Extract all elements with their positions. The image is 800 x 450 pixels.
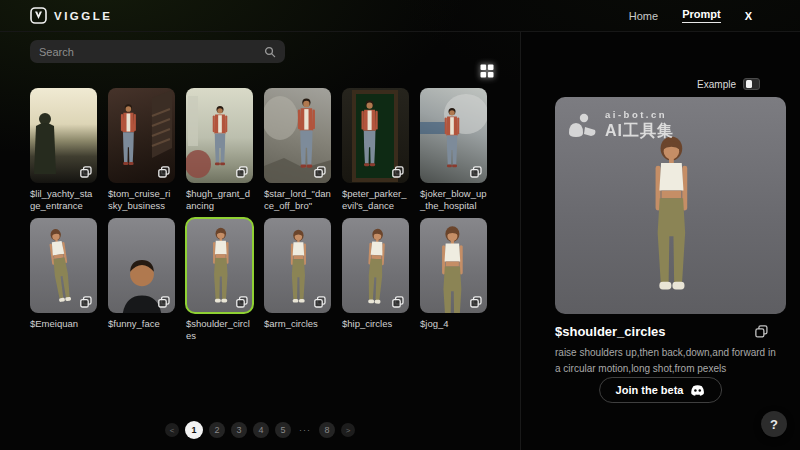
copy-icon[interactable] <box>314 296 326 308</box>
pagination-ellipsis: ··· <box>297 422 313 438</box>
gallery-item-arm-circles[interactable]: $arm_circles <box>264 218 331 343</box>
grid-row-1: $lil_yachty_stage_entrance $tom_cruise_r… <box>30 88 490 213</box>
gallery-item-label: $jog_4 <box>420 318 487 343</box>
watermark: ai-bot.cn AI工具集 <box>567 109 674 142</box>
top-navbar: VIGGLE Home Prompt X <box>0 0 800 32</box>
preview-panel: Example ai-bot.cn AI工具集 <box>520 32 800 450</box>
pagination-page-3[interactable]: 3 <box>231 422 247 438</box>
video-thumbnail[interactable] <box>420 88 487 183</box>
header-nav: Home Prompt X <box>629 8 752 23</box>
template-grid: $lil_yachty_stage_entrance $tom_cruise_r… <box>30 88 490 348</box>
video-thumbnail[interactable] <box>108 88 175 183</box>
copy-icon[interactable] <box>80 296 92 308</box>
discord-icon <box>690 385 705 396</box>
copy-icon[interactable] <box>392 166 404 178</box>
join-beta-button[interactable]: Join the beta <box>599 377 723 403</box>
copy-icon[interactable] <box>314 166 326 178</box>
toggle-knob <box>746 80 752 88</box>
video-thumbnail[interactable] <box>420 218 487 313</box>
grid-view-icon[interactable] <box>479 63 495 79</box>
gallery-item-shoulder-circles[interactable]: $shoulder_circles <box>186 218 253 343</box>
pagination: < 1 2 3 4 5 ··· 8 > <box>0 421 520 439</box>
nav-home[interactable]: Home <box>629 10 658 22</box>
gallery-item-label: $joker_blow_up_the_hospital <box>420 188 487 213</box>
copy-icon[interactable] <box>236 166 248 178</box>
gallery-item-label: $tom_cruise_risky_business <box>108 188 175 213</box>
template-title: $shoulder_circles <box>555 324 666 339</box>
copy-icon[interactable] <box>470 166 482 178</box>
gallery-item-jog[interactable]: $jog_4 <box>420 218 487 343</box>
video-thumbnail[interactable] <box>108 218 175 313</box>
gallery-item-label: $Emeiquan <box>30 318 97 343</box>
grid-row-2: $Emeiquan $funny_face <box>30 218 490 343</box>
gallery-item-label: $funny_face <box>108 318 175 343</box>
gallery-panel: $lil_yachty_stage_entrance $tom_cruise_r… <box>0 32 520 450</box>
template-detail-header: $shoulder_circles <box>555 324 768 339</box>
search-icon <box>264 46 276 58</box>
copy-icon[interactable] <box>158 166 170 178</box>
watermark-line1: ai-bot.cn <box>605 109 674 120</box>
video-thumbnail-selected[interactable] <box>186 218 253 313</box>
pagination-page-5[interactable]: 5 <box>275 422 291 438</box>
search-input[interactable] <box>39 46 258 58</box>
copy-icon[interactable] <box>80 166 92 178</box>
ai-bot-logo-icon <box>567 113 597 139</box>
copy-icon[interactable] <box>236 296 248 308</box>
help-button[interactable]: ? <box>761 411 787 437</box>
gallery-item-peter-parker[interactable]: $peter_parker_evil's_dance <box>342 88 409 213</box>
join-beta-label: Join the beta <box>616 384 684 396</box>
gallery-item-emeiquan[interactable]: $Emeiquan <box>30 218 97 343</box>
video-thumbnail[interactable] <box>342 218 409 313</box>
viggle-logo-icon <box>30 7 47 24</box>
prompt-description: raise shoulders up,then back,down,and fo… <box>555 345 777 376</box>
gallery-item-label: $peter_parker_evil's_dance <box>342 188 409 213</box>
viggle-app: VIGGLE Home Prompt X <box>0 0 800 450</box>
video-thumbnail[interactable] <box>264 218 331 313</box>
pagination-page-2[interactable]: 2 <box>209 422 225 438</box>
gallery-item-hip-circles[interactable]: $hip_circles <box>342 218 409 343</box>
example-toggle-row: Example <box>697 78 760 90</box>
example-toggle[interactable] <box>743 78 760 90</box>
copy-prompt-icon[interactable] <box>755 325 768 338</box>
pagination-prev[interactable]: < <box>165 423 179 437</box>
pagination-next[interactable]: > <box>341 423 355 437</box>
video-thumbnail[interactable] <box>30 88 97 183</box>
gallery-item-label: $star_lord_"dance_off_bro" <box>264 188 331 213</box>
example-label: Example <box>697 79 736 90</box>
gallery-item-lil-yachty[interactable]: $lil_yachty_stage_entrance <box>30 88 97 213</box>
gallery-item-label: $hugh_grant_dancing <box>186 188 253 213</box>
nav-x[interactable]: X <box>745 10 752 22</box>
gallery-item-tom-cruise[interactable]: $tom_cruise_risky_business <box>108 88 175 213</box>
video-thumbnail[interactable] <box>30 218 97 313</box>
copy-icon[interactable] <box>392 296 404 308</box>
gallery-item-label: $lil_yachty_stage_entrance <box>30 188 97 213</box>
gallery-item-label: $arm_circles <box>264 318 331 343</box>
gallery-item-label: $shoulder_circles <box>186 318 253 343</box>
watermark-text: ai-bot.cn AI工具集 <box>605 109 674 142</box>
copy-icon[interactable] <box>158 296 170 308</box>
copy-icon[interactable] <box>470 296 482 308</box>
video-thumbnail[interactable] <box>186 88 253 183</box>
viggle-logo[interactable]: VIGGLE <box>30 7 112 24</box>
video-thumbnail[interactable] <box>342 88 409 183</box>
search-bar[interactable] <box>30 40 285 63</box>
watermark-line2: AI工具集 <box>605 121 674 142</box>
pagination-page-1[interactable]: 1 <box>185 421 203 439</box>
gallery-item-funny-face[interactable]: $funny_face <box>108 218 175 343</box>
gallery-item-star-lord[interactable]: $star_lord_"dance_off_bro" <box>264 88 331 213</box>
gallery-item-hugh-grant[interactable]: $hugh_grant_dancing <box>186 88 253 213</box>
pagination-page-4[interactable]: 4 <box>253 422 269 438</box>
gallery-item-joker[interactable]: $joker_blow_up_the_hospital <box>420 88 487 213</box>
brand-name: VIGGLE <box>54 10 112 22</box>
gallery-item-label: $hip_circles <box>342 318 409 343</box>
nav-prompt[interactable]: Prompt <box>682 8 721 23</box>
pagination-page-8[interactable]: 8 <box>319 422 335 438</box>
video-thumbnail[interactable] <box>264 88 331 183</box>
example-video-preview[interactable]: ai-bot.cn AI工具集 <box>555 97 786 314</box>
